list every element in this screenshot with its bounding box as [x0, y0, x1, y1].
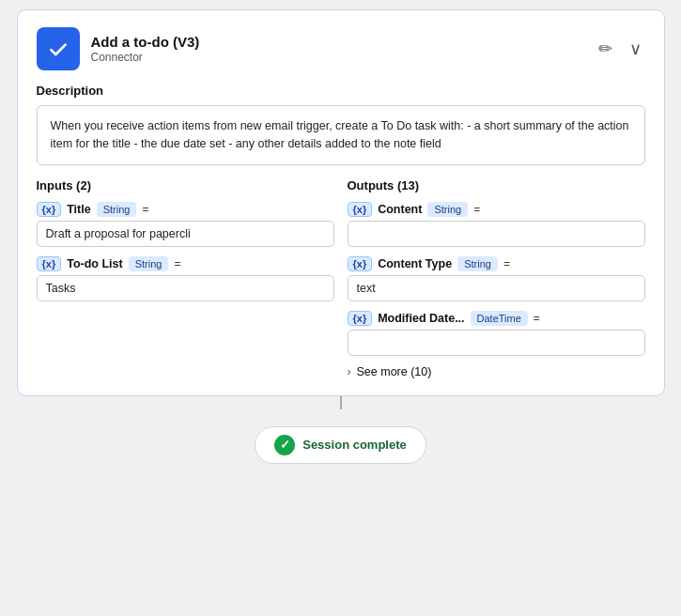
header-actions: ✏ ∨ — [595, 37, 645, 61]
see-more-label: See more (10) — [357, 365, 432, 378]
card-header: Add a to-do (V3) Connector ✏ ∨ — [37, 27, 645, 70]
output-name-0: Content — [378, 203, 422, 216]
description-section: Description When you receive action item… — [37, 84, 645, 165]
input-field-1: {x} To-do List String = — [37, 256, 334, 301]
chevron-down-icon: ∨ — [629, 39, 642, 58]
card-subtitle: Connector — [91, 51, 200, 64]
connector-icon — [37, 27, 80, 70]
description-text: When you receive action items from new e… — [37, 105, 645, 165]
inputs-header: Inputs (2) — [37, 178, 334, 192]
see-more-row[interactable]: › See more (10) — [348, 365, 645, 378]
input-field-0: {x} Title String = — [37, 202, 334, 247]
output-var-badge-0: {x} — [348, 202, 373, 217]
input-eq-1: = — [174, 257, 180, 270]
input-label-row-1: {x} To-do List String = — [37, 256, 334, 271]
card-title: Add a to-do (V3) — [91, 34, 200, 50]
input-value-0[interactable] — [37, 221, 334, 247]
output-value-2[interactable] — [348, 330, 645, 356]
input-var-badge-0: {x} — [37, 202, 62, 217]
header-left: Add a to-do (V3) Connector — [37, 27, 200, 70]
io-row: Inputs (2) {x} Title String = {x} To-do … — [37, 178, 645, 378]
edit-button[interactable]: ✏ — [595, 37, 616, 61]
outputs-header: Outputs (13) — [348, 178, 645, 192]
chevron-right-icon: › — [348, 365, 351, 378]
input-label-row-0: {x} Title String = — [37, 202, 334, 217]
output-field-2: {x} Modified Date... DateTime = — [348, 311, 645, 356]
output-var-badge-2: {x} — [348, 311, 373, 326]
outputs-col: Outputs (13) {x} Content String = {x} Co… — [348, 178, 645, 378]
input-name-1: To-do List — [67, 257, 122, 270]
input-name-0: Title — [67, 203, 90, 216]
check-circle-icon: ✓ — [274, 435, 295, 455]
input-value-1[interactable] — [37, 275, 334, 301]
output-type-0: String — [427, 202, 468, 217]
output-eq-0: = — [473, 203, 480, 216]
output-label-row-2: {x} Modified Date... DateTime = — [348, 311, 645, 326]
input-type-0: String — [97, 202, 137, 217]
output-type-1: String — [457, 256, 498, 271]
output-label-row-0: {x} Content String = — [348, 202, 645, 217]
input-type-1: String — [129, 256, 169, 271]
output-type-2: DateTime — [471, 311, 528, 326]
output-label-row-1: {x} Content Type String = — [348, 256, 645, 271]
expand-button[interactable]: ∨ — [626, 37, 645, 61]
output-field-1: {x} Content Type String = — [348, 256, 645, 301]
output-name-2: Modified Date... — [378, 312, 464, 325]
svg-rect-0 — [46, 37, 70, 61]
output-name-1: Content Type — [378, 257, 452, 270]
output-eq-2: = — [534, 312, 540, 325]
output-var-badge-1: {x} — [348, 256, 373, 271]
input-var-badge-1: {x} — [37, 256, 62, 271]
output-eq-1: = — [503, 257, 510, 270]
input-eq-0: = — [142, 203, 148, 216]
description-label: Description — [37, 84, 645, 98]
output-value-0[interactable] — [348, 221, 645, 247]
output-value-1[interactable] — [348, 275, 645, 301]
edit-icon: ✏ — [598, 39, 612, 58]
connector-card: Add a to-do (V3) Connector ✏ ∨ Descripti… — [17, 9, 665, 396]
output-field-0: {x} Content String = — [348, 202, 645, 247]
title-group: Add a to-do (V3) Connector — [91, 34, 200, 64]
session-badge: ✓ Session complete — [255, 426, 426, 464]
connector-line-bottom — [340, 396, 342, 409]
inputs-col: Inputs (2) {x} Title String = {x} To-do … — [37, 178, 334, 378]
session-complete-bar: ✓ Session complete — [255, 426, 426, 464]
session-label: Session complete — [302, 438, 407, 452]
